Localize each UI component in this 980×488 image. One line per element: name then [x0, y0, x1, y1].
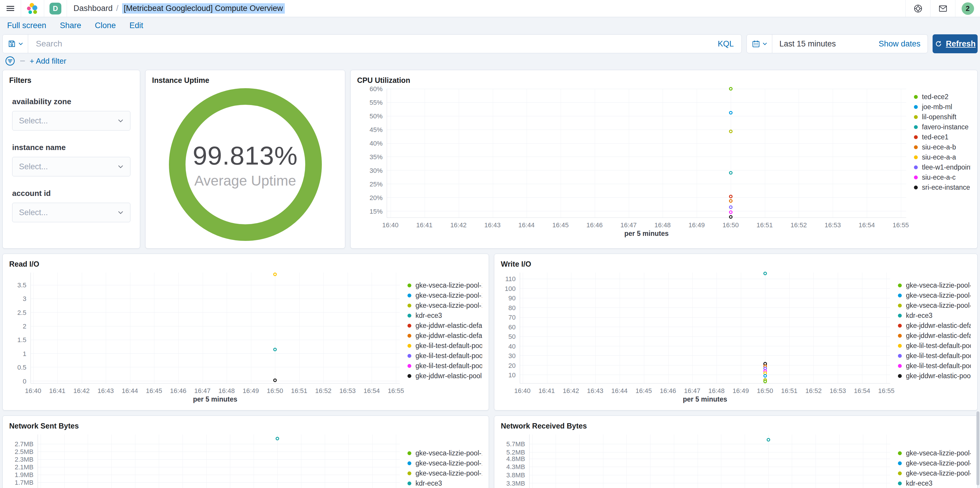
- legend-item[interactable]: kdr-ece3: [407, 311, 482, 320]
- edit-button[interactable]: Edit: [129, 21, 143, 30]
- x-axis-labels: 16:4016:4116:4216:4316:4416:4516:4616:47…: [30, 383, 400, 395]
- legend-item[interactable]: gke-lil-test-default-pool-c1e...: [898, 361, 971, 371]
- plot-area[interactable]: [529, 434, 890, 488]
- gridline-vertical: [227, 273, 227, 383]
- x-tick-label: 16:47: [684, 387, 700, 395]
- filter-options-icon[interactable]: [5, 55, 16, 66]
- legend-item[interactable]: gke-vseca-lizzie-pool-1-c417...: [898, 458, 971, 468]
- legend-item[interactable]: gke-vseca-lizzie-pool-1-1877...: [407, 448, 482, 458]
- legend-item[interactable]: gke-lil-test-default-pool-c1e...: [407, 361, 482, 371]
- space-avatar[interactable]: D: [49, 3, 61, 14]
- help-button[interactable]: [905, 0, 930, 17]
- data-point: [729, 195, 733, 198]
- legend-item[interactable]: gke-lil-test-default-pool-c1e...: [898, 351, 971, 361]
- gridline-horizontal: [520, 336, 890, 337]
- legend-item[interactable]: gke-jddwr-elastic-default-po...: [898, 331, 971, 341]
- legend-item[interactable]: gke-vseca-lizzie-pool-1-c417...: [407, 290, 482, 300]
- instance-name-select[interactable]: Select...: [12, 157, 130, 176]
- x-tick-label: 16:51: [781, 387, 797, 395]
- legend-item[interactable]: siu-ece-a-b: [914, 142, 971, 152]
- vertical-scrollbar-thumb[interactable]: [977, 411, 979, 485]
- legend-item[interactable]: gke-jddwr-elastic-default-po...: [407, 320, 482, 331]
- account-id-select[interactable]: Select...: [12, 203, 130, 222]
- clone-button[interactable]: Clone: [95, 21, 116, 30]
- legend-item[interactable]: ted-ece2: [914, 92, 971, 102]
- legend-item[interactable]: gke-lil-test-default-pool-c1e...: [407, 341, 482, 351]
- show-dates-button[interactable]: Show dates: [879, 40, 928, 49]
- legend-item[interactable]: favero-instance: [914, 122, 971, 132]
- time-range-value[interactable]: Last 15 minutes: [772, 40, 836, 49]
- legend-item[interactable]: kdr-ece3: [898, 311, 971, 320]
- legend-item[interactable]: gke-lil-test-default-pool-c1e...: [898, 341, 971, 351]
- y-tick-label: 1.5: [17, 336, 26, 344]
- legend-item[interactable]: siu-ece-a-a: [914, 152, 971, 162]
- breadcrumb-dashboard-link[interactable]: Dashboard: [73, 4, 113, 13]
- elastic-logo[interactable]: [21, 0, 44, 17]
- refresh-icon: [935, 40, 942, 48]
- quick-select-time-button[interactable]: [747, 35, 772, 53]
- legend-label: sri-ece-instance: [922, 184, 970, 192]
- legend-item[interactable]: gke-vseca-lizzie-pool-1-630...: [407, 300, 482, 311]
- legend-item[interactable]: gke-jddwr-elastic-pool-3-74...: [407, 371, 482, 381]
- legend-item[interactable]: gke-jddwr-elastic-default-po...: [407, 331, 482, 341]
- x-tick-label: 16:53: [339, 387, 356, 395]
- gridline-horizontal: [38, 482, 400, 483]
- legend-item[interactable]: lil-openshift: [914, 112, 971, 122]
- write-io-chart: 11010090807060504030201016:4016:4116:421…: [501, 273, 971, 403]
- legend-item[interactable]: gke-jddwr-elastic-default-po...: [898, 320, 971, 331]
- legend-item[interactable]: gke-lil-test-default-pool-c1e...: [407, 351, 482, 361]
- gridline-vertical: [595, 273, 596, 383]
- legend-item[interactable]: gke-vseca-lizzie-pool-1-c417...: [898, 290, 971, 300]
- user-menu-button[interactable]: 2: [955, 0, 980, 17]
- legend-item[interactable]: joe-mb-ml: [914, 102, 971, 112]
- panel-title: Write I/O: [501, 260, 971, 268]
- legend-item[interactable]: gke-vseca-lizzie-pool-1-c417...: [407, 458, 482, 468]
- kql-language-button[interactable]: KQL: [710, 40, 741, 49]
- legend-item[interactable]: kdr-ece3: [407, 478, 482, 488]
- legend-item[interactable]: tlee-w1-endpoint: [914, 162, 971, 172]
- legend-item[interactable]: gke-vseca-lizzie-pool-1-1877...: [898, 280, 971, 290]
- gridline-horizontal: [387, 130, 906, 130]
- y-tick-label: 2.1MB: [14, 463, 33, 471]
- legend-label: gke-lil-test-default-pool-c1e...: [906, 342, 971, 350]
- search-input[interactable]: [28, 39, 710, 49]
- plot-area[interactable]: [520, 273, 890, 383]
- gridline-horizontal: [520, 307, 890, 308]
- gridline-vertical: [33, 273, 34, 383]
- filter-field-label: availability zone: [12, 97, 130, 106]
- legend-item[interactable]: gke-vseca-lizzie-pool-1-630...: [407, 468, 482, 478]
- legend-item[interactable]: sri-ece-instance: [914, 182, 971, 192]
- legend-item[interactable]: gke-vseca-lizzie-pool-1-630...: [898, 468, 971, 478]
- space-switcher[interactable]: D: [44, 0, 67, 17]
- gridline-vertical: [348, 434, 349, 488]
- add-filter-button[interactable]: + Add filter: [30, 57, 66, 66]
- legend-item[interactable]: gke-vseca-lizzie-pool-1-1877...: [407, 280, 482, 290]
- network-sent-bytes-chart: 2.7MB2.5MB2.3MB2.1MB1.9MB1.7MB1.5MB16:40…: [9, 434, 482, 488]
- user-avatar[interactable]: 2: [962, 2, 974, 15]
- legend-item[interactable]: gke-vseca-lizzie-pool-1-1877...: [898, 448, 971, 458]
- full-screen-button[interactable]: Full screen: [7, 21, 46, 30]
- refresh-button[interactable]: Refresh: [932, 34, 978, 53]
- plot-area[interactable]: [38, 434, 400, 488]
- gridline-horizontal: [38, 444, 400, 444]
- legend-item[interactable]: gke-jddwr-elastic-pool-3-74...: [898, 371, 971, 381]
- plot-area[interactable]: [387, 89, 906, 218]
- legend-item[interactable]: kdr-ece3: [898, 478, 971, 488]
- gridline-vertical: [323, 273, 324, 383]
- saved-query-menu-button[interactable]: [3, 35, 28, 53]
- legend-item[interactable]: gke-vseca-lizzie-pool-1-630...: [898, 300, 971, 311]
- y-axis-labels: 2.7MB2.5MB2.3MB2.1MB1.9MB1.7MB1.5MB: [9, 434, 38, 488]
- legend-item[interactable]: siu-ece-a-c: [914, 172, 971, 182]
- plot-area[interactable]: [30, 273, 400, 383]
- y-tick-label: 4.3MB: [506, 463, 525, 471]
- gridline-vertical: [862, 273, 862, 383]
- share-button[interactable]: Share: [60, 21, 81, 30]
- x-tick-label: 16:48: [654, 221, 671, 229]
- query-bar: KQL Last 15 minutes Show dates: [0, 34, 980, 53]
- menu-hamburger-button[interactable]: [0, 0, 21, 17]
- newsfeed-button[interactable]: [930, 0, 955, 17]
- legend-item[interactable]: ted-ece1: [914, 132, 971, 142]
- x-tick-label: 16:49: [733, 387, 749, 395]
- availability-zone-select[interactable]: Select...: [12, 111, 130, 130]
- legend-label: gke-lil-test-default-pool-c1e...: [415, 352, 482, 360]
